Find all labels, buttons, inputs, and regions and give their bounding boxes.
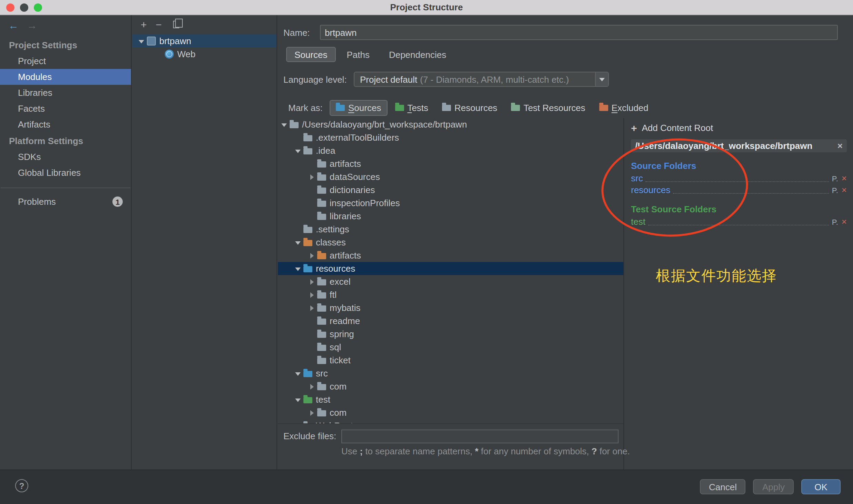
tree-item-readme[interactable]: readme xyxy=(278,314,623,327)
module-item-web[interactable]: Web xyxy=(132,48,277,61)
folder-link[interactable]: src xyxy=(631,173,643,183)
remove-content-root-icon[interactable]: × xyxy=(837,141,843,150)
mark-as-sources-button[interactable]: Sources xyxy=(330,100,387,115)
sidebar-item-project[interactable]: Project xyxy=(0,53,131,69)
collapsed-arrow-icon[interactable] xyxy=(308,303,316,312)
zoom-window-button[interactable] xyxy=(34,3,42,12)
tree-item-resources[interactable]: resources xyxy=(278,262,623,275)
collapsed-arrow-icon[interactable] xyxy=(308,408,316,417)
cancel-button[interactable]: Cancel xyxy=(700,479,746,494)
expanded-arrow-icon[interactable] xyxy=(294,238,302,247)
sidebar-item-artifacts[interactable]: Artifacts xyxy=(0,117,131,132)
mark-as-tests-button[interactable]: Tests xyxy=(389,100,434,115)
tree-item-dictionaries[interactable]: dictionaries xyxy=(278,183,623,196)
remove-folder-icon[interactable]: × xyxy=(842,217,847,226)
folder-icon-blue xyxy=(303,371,312,377)
tree-item-label: excel xyxy=(330,276,351,287)
tree-item-mybatis[interactable]: mybatis xyxy=(278,301,623,314)
mark-as-excluded-button[interactable]: Excluded xyxy=(593,100,655,115)
tree-item-label: test xyxy=(316,394,330,405)
collapsed-arrow-icon[interactable] xyxy=(308,382,316,391)
tree-item-settings[interactable]: .settings xyxy=(278,223,623,236)
expanded-arrow-icon[interactable] xyxy=(294,369,302,378)
help-symbol: ; xyxy=(360,446,363,456)
tree-item-webroot[interactable]: WebRoot xyxy=(278,419,623,424)
plus-icon: + xyxy=(631,122,637,134)
expanded-arrow-icon[interactable] xyxy=(138,37,145,46)
tree-item-label: mybatis xyxy=(330,303,361,313)
sidebar-item-sdks[interactable]: SDKs xyxy=(0,149,131,165)
chevron-down-icon[interactable] xyxy=(595,72,608,86)
module-item-brtpawn[interactable]: brtpawn xyxy=(132,34,277,48)
tab-paths[interactable]: Paths xyxy=(338,47,378,62)
tree-item-com[interactable]: com xyxy=(278,380,623,393)
collapsed-arrow-icon[interactable] xyxy=(308,290,316,299)
edit-properties-icon[interactable]: P. xyxy=(832,186,838,194)
tree-item-classes[interactable]: classes xyxy=(278,236,623,249)
help-button[interactable]: ? xyxy=(15,479,28,492)
indent-spacer xyxy=(281,150,294,151)
tree-item-src[interactable]: src xyxy=(278,367,623,380)
collapsed-arrow-icon[interactable] xyxy=(308,277,316,286)
back-arrow-icon[interactable]: ← xyxy=(8,19,19,31)
sidebar-item-libraries[interactable]: Libraries xyxy=(0,85,131,101)
module-name-input[interactable] xyxy=(320,25,838,40)
edit-properties-icon[interactable]: P. xyxy=(832,218,838,226)
tree-item-users-dalaoyang-brt-workspace-brtpawn[interactable]: /Users/dalaoyang/brt_workspace/brtpawn xyxy=(278,118,623,131)
close-window-button[interactable] xyxy=(6,3,14,12)
expanded-arrow-icon[interactable] xyxy=(294,395,302,404)
collapsed-arrow-icon[interactable] xyxy=(308,172,316,181)
module-editor: Name: SourcesPathsDependencies Language … xyxy=(278,15,853,470)
folder-icon-blue xyxy=(303,266,312,272)
tree-item-label: artifacts xyxy=(330,250,361,261)
expanded-arrow-icon[interactable] xyxy=(294,264,302,273)
remove-folder-icon[interactable]: × xyxy=(842,185,847,194)
exclude-files-input[interactable] xyxy=(341,429,619,443)
tree-item-test[interactable]: test xyxy=(278,393,623,406)
copy-icon[interactable] xyxy=(173,21,179,28)
name-row: Name: xyxy=(283,25,838,40)
tab-sources[interactable]: Sources xyxy=(286,47,335,62)
mark-as-resources-button[interactable]: Resources xyxy=(436,100,503,115)
expanded-arrow-icon[interactable] xyxy=(294,146,302,155)
sidebar-item-facets[interactable]: Facets xyxy=(0,101,131,117)
minimize-window-button xyxy=(20,3,28,12)
edit-properties-icon[interactable]: P. xyxy=(832,174,838,182)
tree-item-externaltoolbuilders[interactable]: .externalToolBuilders xyxy=(278,131,623,144)
sidebar-item-problems[interactable]: Problems 1 xyxy=(0,194,131,210)
tree-item-datasources[interactable]: dataSources xyxy=(278,170,623,183)
folder-link[interactable]: test xyxy=(631,216,645,227)
tree-item-inspectionprofiles[interactable]: inspectionProfiles xyxy=(278,196,623,210)
tree-item-label: readme xyxy=(330,316,360,326)
tree-item-artifacts[interactable]: artifacts xyxy=(278,249,623,262)
tree-item-libraries[interactable]: libraries xyxy=(278,210,623,223)
add-icon[interactable]: + xyxy=(141,20,147,29)
remove-folder-icon[interactable]: × xyxy=(842,174,847,183)
mark-as-buttons: SourcesTestsResourcesTest ResourcesExclu… xyxy=(330,100,656,115)
tree-item-label: com xyxy=(330,407,347,418)
tree-item-idea[interactable]: .idea xyxy=(278,144,623,157)
sidebar-item-modules[interactable]: Modules xyxy=(0,69,131,85)
folder-link[interactable]: resources xyxy=(631,185,670,195)
forward-arrow-icon[interactable]: → xyxy=(27,19,37,31)
collapsed-arrow-icon[interactable] xyxy=(308,251,316,260)
tree-item-com[interactable]: com xyxy=(278,406,623,419)
tree-item-spring[interactable]: spring xyxy=(278,327,623,341)
tree-item-sql[interactable]: sql xyxy=(278,341,623,354)
language-level-select[interactable]: Project default (7 - Diamonds, ARM, mult… xyxy=(354,72,609,87)
mark-as-test-resources-button[interactable]: Test Resources xyxy=(505,100,591,115)
add-content-root-link[interactable]: + Add Content Root xyxy=(631,122,847,134)
modules-toolbar: +− xyxy=(132,15,277,34)
apply-button[interactable]: Apply xyxy=(753,479,794,494)
tree-item-artifacts[interactable]: artifacts xyxy=(278,157,623,170)
tab-dependencies[interactable]: Dependencies xyxy=(381,47,454,62)
folder-icon-gray xyxy=(317,292,326,298)
tree-item-ticket[interactable]: ticket xyxy=(278,354,623,367)
remove-icon[interactable]: − xyxy=(156,20,162,29)
expanded-arrow-icon[interactable] xyxy=(281,120,288,129)
tree-item-excel[interactable]: excel xyxy=(278,275,623,288)
ok-button[interactable]: OK xyxy=(801,479,841,494)
collapsed-arrow-icon[interactable] xyxy=(294,421,302,424)
tree-item-ftl[interactable]: ftl xyxy=(278,288,623,301)
sidebar-item-global-libraries[interactable]: Global Libraries xyxy=(0,165,131,181)
